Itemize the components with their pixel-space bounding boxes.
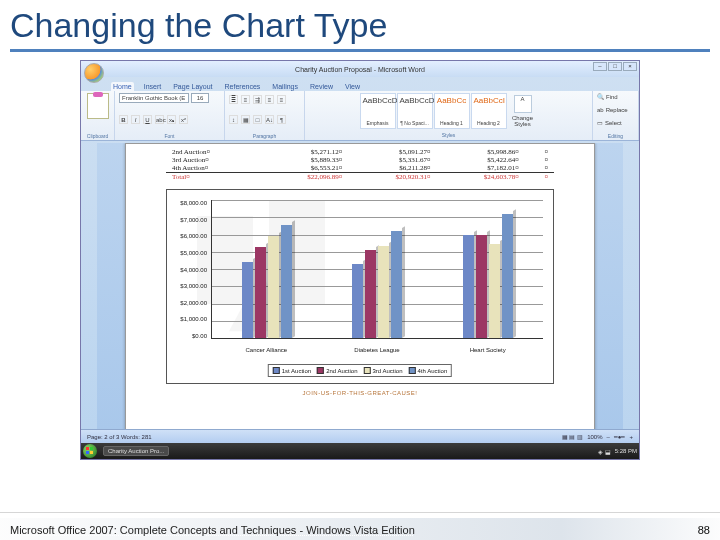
change-styles-button[interactable]: A Change Styles	[508, 95, 538, 127]
sort-button[interactable]: A↓	[265, 115, 274, 124]
ribbon: Clipboard Franklin Gothic Book (E 16 B I…	[81, 91, 639, 141]
style-tile[interactable]: AaBbCcIHeading 2	[471, 93, 507, 129]
zoom-controls: ▦ ▤ ▥ 100% – ━●━ +	[562, 433, 633, 440]
tab-insert[interactable]: Insert	[142, 82, 164, 91]
group-styles: AaBbCcDEmphasisAaBbCcD¶ No Spaci...AaBbC…	[305, 91, 593, 140]
clock: 5:28 PM	[615, 448, 637, 454]
italic-button[interactable]: I	[131, 115, 140, 124]
group-clipboard: Clipboard	[81, 91, 115, 140]
auction-table: 2nd Auction¤$5,271.12¤$5,091.27¤$5,998.8…	[166, 148, 554, 181]
sub-button[interactable]: x₂	[167, 115, 176, 124]
table-total-row: Total¤$22,096.89¤$20,920.31¤$24,603.78¤¤	[166, 173, 554, 182]
bar	[476, 235, 487, 338]
y-axis-labels: $8,000.00$7,000.00$6,000.00$5,000.00$4,0…	[171, 200, 207, 339]
bar	[378, 246, 389, 338]
borders-button[interactable]: □	[253, 115, 262, 124]
bar	[281, 225, 292, 338]
line-spacing-button[interactable]: ↕	[229, 115, 238, 124]
bullets-button[interactable]: ≣	[229, 95, 238, 104]
group-paragraph-label: Paragraph	[229, 133, 300, 139]
window-titlebar: Charity Auction Proposal - Microsoft Wor…	[81, 61, 639, 77]
group-font-label: Font	[119, 133, 220, 139]
shading-button[interactable]: ▦	[241, 115, 250, 124]
window-title: Charity Auction Proposal - Microsoft Wor…	[295, 66, 425, 73]
style-tile[interactable]: AaBbCcHeading 1	[434, 93, 470, 129]
select-button[interactable]: ▭ Select	[597, 119, 634, 126]
title-rule	[10, 49, 710, 52]
windows-logo-icon	[86, 447, 94, 455]
page: 2nd Auction¤$5,271.12¤$5,091.27¤$5,998.8…	[125, 143, 595, 429]
tab-page-layout[interactable]: Page Layout	[171, 82, 214, 91]
zoom-value: 100%	[587, 434, 602, 440]
strike-button[interactable]: abc	[155, 115, 164, 124]
plot-area	[211, 200, 543, 339]
bar	[502, 214, 513, 338]
zoom-in-button[interactable]: +	[629, 434, 633, 440]
slide-title: Changing the Chart Type	[0, 0, 720, 45]
windows-taskbar: Charity Auction Pro... ◈ ⬓ 5:28 PM	[81, 443, 639, 459]
word-window: Charity Auction Proposal - Microsoft Wor…	[80, 60, 640, 460]
numbers-button[interactable]: ≡	[241, 95, 250, 104]
replace-button[interactable]: ab Replace	[597, 107, 634, 113]
ribbon-tabs: Home Insert Page Layout References Maili…	[81, 77, 639, 91]
table-row: 3rd Auction¤$5,889.33¤$5,331.67¤$5,422.6…	[166, 156, 554, 164]
group-editing-label: Editing	[597, 133, 634, 139]
paste-icon[interactable]	[87, 93, 109, 119]
bar	[268, 236, 279, 338]
style-tile[interactable]: AaBbCcDEmphasis	[360, 93, 396, 129]
style-tile[interactable]: AaBbCcD¶ No Spaci...	[397, 93, 433, 129]
bar	[242, 262, 253, 338]
sup-button[interactable]: x²	[179, 115, 188, 124]
bar	[255, 247, 266, 338]
tab-view[interactable]: View	[343, 82, 362, 91]
group-editing: 🔍 Find ab Replace ▭ Select Editing	[593, 91, 639, 140]
bar-group	[322, 200, 432, 338]
change-styles-label: Change Styles	[512, 115, 533, 127]
tab-references[interactable]: References	[223, 82, 263, 91]
show-marks-button[interactable]: ¶	[277, 115, 286, 124]
underline-button[interactable]: U	[143, 115, 152, 124]
zoom-out-button[interactable]: –	[607, 434, 610, 440]
align-left-button[interactable]: ≡	[265, 95, 274, 104]
align-center-button[interactable]: ≡	[277, 95, 286, 104]
group-styles-label: Styles	[442, 132, 456, 138]
svg-rect-5	[90, 451, 93, 454]
office-button[interactable]	[84, 63, 104, 83]
tab-mailings[interactable]: Mailings	[270, 82, 300, 91]
group-clipboard-label: Clipboard	[85, 133, 110, 139]
svg-rect-4	[86, 451, 89, 454]
chart[interactable]: $8,000.00$7,000.00$6,000.00$5,000.00$4,0…	[166, 189, 554, 384]
close-button[interactable]: ×	[623, 62, 637, 71]
system-tray: ◈ ⬓ 5:28 PM	[598, 448, 637, 455]
slide-page-number: 88	[698, 524, 710, 536]
zoom-slider[interactable]: ━●━	[614, 433, 626, 440]
table-row: 2nd Auction¤$5,271.12¤$5,091.27¤$5,998.8…	[166, 148, 554, 156]
tab-review[interactable]: Review	[308, 82, 335, 91]
svg-rect-3	[90, 447, 93, 450]
group-font: Franklin Gothic Book (E 16 B I U abc x₂ …	[115, 91, 225, 140]
word-statusbar: Page: 2 of 3 Words: 281 ▦ ▤ ▥ 100% – ━●━…	[81, 429, 639, 443]
bar	[391, 231, 402, 338]
slide-footer: Microsoft Office 2007: Complete Concepts…	[0, 512, 720, 540]
bar	[365, 250, 376, 338]
bar-group	[433, 200, 543, 338]
view-buttons[interactable]: ▦ ▤ ▥	[562, 433, 583, 440]
font-size-combo[interactable]: 16	[191, 93, 209, 103]
tray-icons[interactable]: ◈ ⬓	[598, 448, 611, 455]
page-footer-text: JOIN-US-FOR-THIS-GREAT-CAUSE!	[166, 390, 554, 396]
group-paragraph: ≣ ≡ ⇶ ≡ ≡ ↕ ▦ □ A↓ ¶ Paragraph	[225, 91, 305, 140]
svg-rect-2	[86, 447, 89, 450]
bold-button[interactable]: B	[119, 115, 128, 124]
bar-group	[212, 200, 322, 338]
multilevel-button[interactable]: ⇶	[253, 95, 262, 104]
bar	[463, 235, 474, 339]
minimize-button[interactable]: –	[593, 62, 607, 71]
document-area[interactable]: 2nd Auction¤$5,271.12¤$5,091.27¤$5,998.8…	[97, 143, 623, 429]
find-button[interactable]: 🔍 Find	[597, 93, 634, 100]
taskbar-app[interactable]: Charity Auction Pro...	[103, 446, 169, 456]
font-name-combo[interactable]: Franklin Gothic Book (E	[119, 93, 189, 103]
maximize-button[interactable]: □	[608, 62, 622, 71]
tab-home[interactable]: Home	[111, 82, 134, 91]
start-button[interactable]	[83, 444, 97, 458]
bar	[352, 264, 363, 338]
